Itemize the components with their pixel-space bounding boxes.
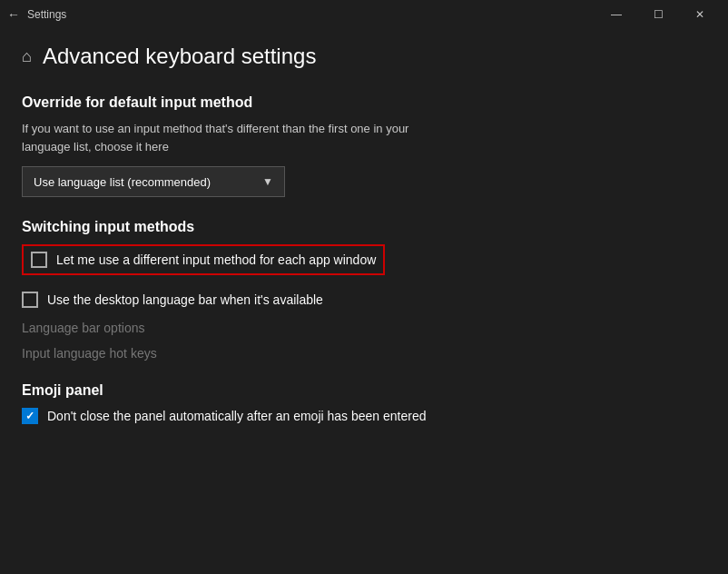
checkbox-label-emoji-panel: Don't close the panel automatically afte…: [47, 409, 426, 423]
language-bar-options-link[interactable]: Language bar options: [22, 321, 706, 335]
switching-section-title: Switching input methods: [22, 219, 706, 235]
checkbox-label-language-bar: Use the desktop language bar when it's a…: [47, 292, 323, 307]
override-section: Override for default input method If you…: [22, 94, 706, 197]
home-icon[interactable]: ⌂: [22, 47, 32, 66]
emoji-section: Emoji panel Don't close the panel automa…: [22, 382, 706, 424]
switching-section: Switching input methods Let me use a dif…: [22, 219, 706, 361]
checkbox-label-different-input: Let me use a different input method for …: [56, 252, 376, 267]
page-title: Advanced keyboard settings: [43, 44, 317, 69]
minimize-button[interactable]: —: [595, 0, 637, 29]
dropdown-value: Use language list (recommended): [34, 175, 211, 189]
close-button[interactable]: ✕: [679, 0, 721, 29]
override-section-title: Override for default input method: [22, 94, 706, 111]
input-method-dropdown[interactable]: Use language list (recommended) ▼: [22, 166, 285, 197]
title-bar-controls: — ☐ ✕: [595, 0, 721, 29]
title-bar-left: ← Settings: [7, 7, 66, 22]
input-language-hot-keys-link[interactable]: Input language hot keys: [22, 346, 706, 361]
dropdown-arrow-icon: ▼: [262, 175, 273, 188]
checkbox-different-input[interactable]: [31, 252, 47, 268]
checkbox-language-bar[interactable]: [22, 292, 38, 308]
title-bar: ← Settings — ☐ ✕: [0, 0, 728, 29]
checkbox-row-different-input[interactable]: Let me use a different input method for …: [22, 244, 385, 275]
checkbox-row-emoji-panel[interactable]: Don't close the panel automatically afte…: [22, 408, 706, 424]
content-area: ⌂ Advanced keyboard settings Override fo…: [0, 29, 728, 459]
title-bar-title: Settings: [27, 8, 66, 21]
links-subsection: Language bar options Input language hot …: [22, 321, 706, 361]
checkbox-row-language-bar[interactable]: Use the desktop language bar when it's a…: [22, 292, 706, 308]
emoji-section-title: Emoji panel: [22, 382, 706, 399]
page-header: ⌂ Advanced keyboard settings: [22, 44, 706, 69]
maximize-button[interactable]: ☐: [637, 0, 679, 29]
back-icon[interactable]: ←: [7, 7, 20, 22]
override-section-desc: If you want to use an input method that'…: [22, 120, 439, 155]
checkbox-emoji-panel[interactable]: [22, 408, 38, 424]
